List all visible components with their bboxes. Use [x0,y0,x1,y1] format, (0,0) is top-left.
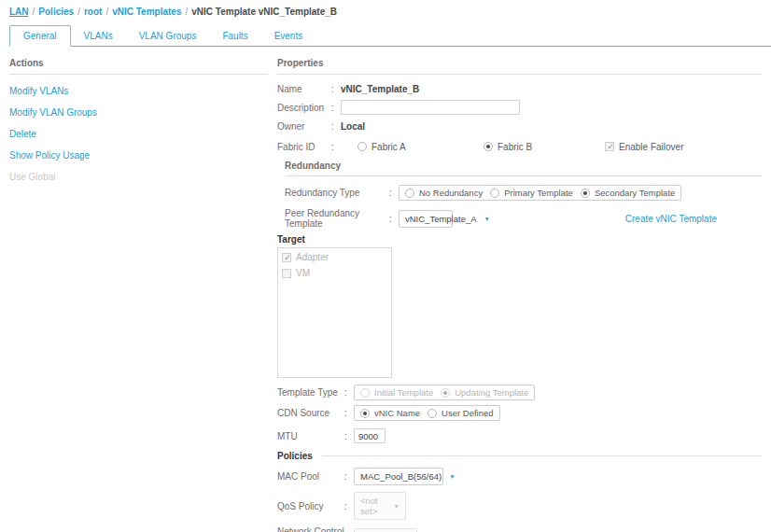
target-listbox[interactable]: Adapter VM [277,247,392,378]
cdn-source-label: CDN Source [277,408,344,418]
tab-bar: General VLANs VLAN Groups Faults Events [9,25,771,47]
radio-icon [428,409,437,418]
mac-pool-label: MAC Pool [277,471,344,482]
updating-template-option: Updating Template [441,387,528,398]
name-value: vNIC_Template_B [341,84,419,94]
colon [344,408,354,418]
fabric-id-row: Fabric ID Fabric A Fabric B Enable Failo… [277,140,762,153]
breadcrumb-current: vNIC Template vNIC_Template_B [191,7,337,17]
radio-icon [357,142,367,151]
fabric-b-label: Fabric B [498,142,532,152]
tab-vlans[interactable]: VLANs [71,26,126,46]
cdn-source-group: vNIC Name User Defined [354,405,500,421]
tab-faults[interactable]: Faults [209,26,260,46]
enable-failover-label: Enable Failover [619,142,683,152]
mac-pool-value: MAC_Pool_B(56/64) [360,471,442,482]
updating-template-label: Updating Template [455,387,528,398]
action-modify-vlan-groups[interactable]: Modify VLAN Groups [9,107,268,118]
primary-template-option[interactable]: Primary Template [490,188,573,198]
checkbox-icon [605,142,614,151]
qos-policy-label: QoS Policy [277,501,344,511]
radio-icon [441,388,450,398]
initial-template-label: Initial Template [374,387,433,398]
no-redundancy-option[interactable]: No Redundancy [405,188,483,198]
colon [389,188,399,198]
breadcrumb-root[interactable]: root [84,7,102,17]
redundancy-header: Redundancy [285,161,762,176]
vnic-name-label: vNIC Name [374,408,420,418]
name-label: Name [277,84,331,94]
peer-redundancy-template-label: Peer Redundancy Template [285,208,389,229]
description-label: Description [277,103,331,113]
target-vm-label: VM [296,268,310,278]
policies-header: Policies [277,451,762,461]
tab-general[interactable]: General [9,25,71,47]
divider [322,455,762,456]
network-control-policy-row: Network Control Policy Enable_CDP ▼ [277,526,762,532]
colon [331,103,341,113]
vnic-name-option[interactable]: vNIC Name [360,408,420,418]
redundancy-type-label: Redundancy Type [285,188,389,198]
enable-failover-option[interactable]: Enable Failover [605,142,683,152]
breadcrumb-lan[interactable]: LAN [9,7,29,17]
breadcrumb-policies[interactable]: Policies [38,7,74,17]
breadcrumb-separator [105,7,108,17]
description-input[interactable] [341,100,520,115]
template-type-group: Initial Template Updating Template [354,385,535,400]
chevron-down-icon: ▼ [484,216,490,222]
user-defined-option[interactable]: User Defined [428,408,493,418]
radio-icon [484,142,493,151]
user-defined-label: User Defined [442,408,493,418]
fabric-a-option[interactable]: Fabric A [357,142,484,152]
breadcrumb-separator [33,7,35,17]
template-type-label: Template Type [277,387,344,398]
action-modify-vlans[interactable]: Modify VLANs [9,86,268,96]
breadcrumb-separator [185,7,188,17]
checkbox-icon [282,253,291,262]
action-show-policy-usage[interactable]: Show Policy Usage [9,150,268,161]
actions-panel: Actions Modify VLANs Modify VLAN Groups … [9,58,268,193]
cdn-source-row: CDN Source vNIC Name User Defined [277,405,762,421]
mtu-row: MTU [277,428,762,443]
qos-policy-value: <not set> [360,496,386,516]
primary-template-label: Primary Template [504,188,573,198]
action-delete[interactable]: Delete [9,129,268,139]
breadcrumb: LANPoliciesrootvNIC TemplatesvNIC Templa… [0,0,771,20]
colon [344,387,354,398]
properties-panel: Properties Name vNIC_Template_B Descript… [277,58,762,532]
mtu-label: MTU [277,431,344,441]
mac-pool-dropdown[interactable]: MAC_Pool_B(56/64) ▼ [354,468,443,485]
checkbox-icon [282,269,291,278]
colon [344,471,354,482]
fabric-id-label: Fabric ID [277,142,331,152]
breadcrumb-vnic-templates[interactable]: vNIC Templates [112,7,181,17]
no-redundancy-label: No Redundancy [419,188,483,198]
tab-vlan-groups[interactable]: VLAN Groups [126,26,210,46]
colon [344,431,354,441]
mtu-input[interactable] [354,428,386,443]
template-type-row: Template Type Initial Template Updating … [277,385,762,400]
secondary-template-label: Secondary Template [595,188,675,198]
peer-redundancy-template-dropdown[interactable]: vNIC_Template_A ▼ [399,210,453,228]
radio-icon [490,189,499,198]
qos-policy-row: QoS Policy <not set> ▼ [277,492,762,520]
radio-icon [405,189,414,198]
owner-label: Owner [277,121,331,132]
properties-header: Properties [277,58,762,75]
colon [389,214,399,224]
owner-value: Local [341,121,365,132]
tab-events[interactable]: Events [261,26,316,46]
policies-title: Policies [277,451,313,461]
chevron-down-icon: ▼ [449,473,455,480]
secondary-template-option[interactable]: Secondary Template [581,188,675,198]
target-item-vm[interactable]: VM [278,264,391,280]
colon [344,501,354,511]
description-row: Description [277,100,762,115]
network-control-policy-label: Network Control Policy [277,526,344,532]
target-item-adapter[interactable]: Adapter [278,248,391,264]
fabric-b-option[interactable]: Fabric B [484,142,605,152]
name-row: Name vNIC_Template_B [277,82,762,95]
radio-icon [360,409,370,418]
create-vnic-template-link[interactable]: Create vNIC Template [625,214,717,224]
general-tab-content: Actions Modify VLANs Modify VLAN Groups … [0,47,771,532]
